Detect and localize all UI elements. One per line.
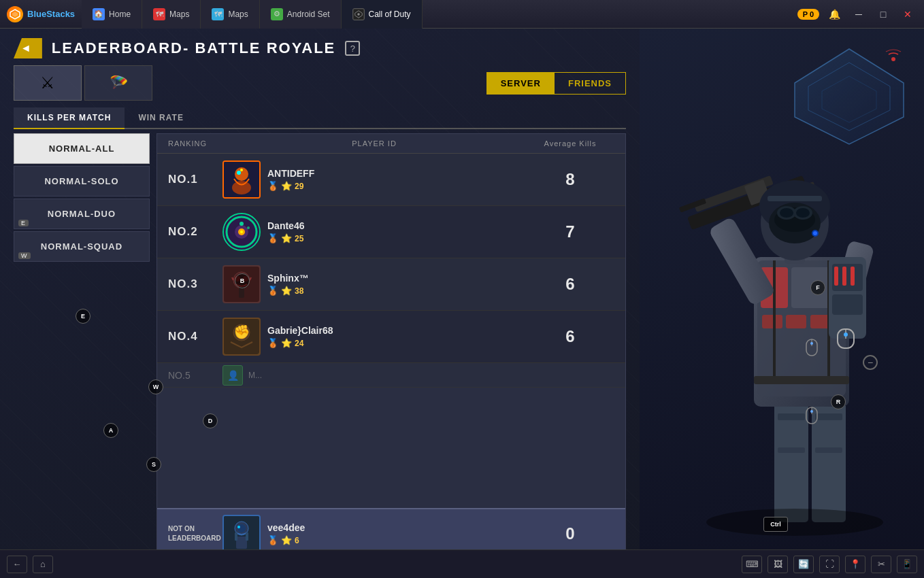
key-hint-w: W (148, 379, 163, 394)
svg-point-83 (810, 342, 813, 345)
col-header-ranking: RANKING (168, 139, 222, 148)
cat-normal-squad[interactable]: NORMAL-SQUAD W (14, 231, 150, 262)
table-row[interactable]: NO.4 ✊ Gabrie}Cla (157, 311, 625, 363)
duo-key-hint: E (18, 220, 29, 226)
home-os-button[interactable]: ⌂ (33, 556, 53, 573)
fullscreen-icon[interactable]: ⛶ (819, 556, 840, 573)
rank-label: NO.4 (168, 330, 222, 343)
app-logo-area: BlueStacks (0, 6, 82, 22)
tab-android[interactable]: ⚙ Android Set (260, 0, 342, 29)
stat-tab-kills[interactable]: KILLS PER MATCH (14, 107, 125, 129)
rank-label: NO.2 (168, 225, 222, 239)
table-row[interactable]: NO.2 (157, 206, 625, 258)
player-name: Dante46 (267, 220, 304, 231)
mode-tab-combat[interactable]: ⚔ (14, 65, 82, 101)
avatar (222, 160, 261, 199)
rank-partial: NO.5 (168, 370, 222, 381)
table-row[interactable]: NO.1 (157, 154, 625, 206)
tab-maps1-label: Maps (169, 10, 189, 19)
col-header-kills: Average Kills (526, 139, 614, 148)
player-details: ANTIDEFF 🥉 ⭐ 29 (267, 168, 314, 191)
screenshot-icon[interactable]: 🖼 (768, 556, 788, 573)
cod-tab-icon (352, 8, 365, 20)
key-hint-s: S (146, 457, 161, 472)
game-panel: ◄ LEADERBOARD- BATTLE ROYALE ? ⚔ 🪂 SERVE… (0, 29, 640, 578)
maps1-tab-icon: 🗺 (153, 8, 165, 20)
mode-tab-parachute[interactable]: 🪂 (84, 65, 152, 101)
back-button[interactable]: ◄ (14, 38, 42, 58)
player-info: Dante46 🥉 ⭐ 25 (222, 213, 526, 251)
help-icon-label: ? (350, 44, 355, 54)
minus-circle[interactable]: − (863, 355, 878, 370)
cat-normal-duo-label: NORMAL-DUO (48, 209, 116, 219)
titlebar-right: P 0 🔔 ─ □ ✕ (797, 7, 924, 22)
svg-point-68 (796, 208, 810, 218)
close-button[interactable]: ✕ (898, 7, 917, 22)
not-on-leaderboard-label: NOT ONLEADERBOARD (168, 524, 222, 543)
svg-point-16 (247, 226, 250, 229)
scissors-icon[interactable]: ✂ (871, 556, 891, 573)
table-row[interactable]: NO.3 (157, 258, 625, 311)
svg-point-86 (810, 410, 813, 413)
mobile-icon[interactable]: 📱 (897, 556, 917, 573)
stat-tab-winrate[interactable]: WIN RATE (125, 107, 197, 129)
player-badges: 🥉 ⭐ 38 (267, 286, 309, 296)
badge-number: 38 (295, 286, 303, 296)
svg-point-67 (780, 208, 793, 218)
os-right-icons: ⌨ 🖼 🔄 ⛶ 📍 ✂ 📱 (742, 556, 917, 573)
server-button[interactable]: SERVER (487, 73, 555, 94)
tab-maps2-label: Maps (228, 10, 248, 19)
avatar: ✊ (222, 318, 261, 356)
badge-number: 24 (295, 339, 303, 348)
badge-bronze-icon: 🥉 (267, 286, 278, 296)
cat-normal-solo-label: NORMAL-SOLO (44, 176, 118, 186)
os-bar: ← ⌂ ⌨ 🖼 🔄 ⛶ 📍 ✂ 📱 (0, 549, 924, 578)
kills-value: 6 (526, 327, 614, 346)
current-player-info: vee4dee 🥉 ⭐ 6 (222, 515, 526, 553)
badge-number: 29 (295, 182, 303, 191)
friends-button[interactable]: FRIENDS (555, 73, 625, 94)
minimize-button[interactable]: ─ (849, 7, 868, 22)
player-badges: 🥉 ⭐ 29 (267, 181, 314, 191)
mode-tabs-left: ⚔ 🪂 (14, 65, 152, 101)
cp-badge-bronze-icon: 🥉 (267, 535, 278, 545)
tab-home[interactable]: 🏠 Home (82, 0, 142, 29)
svg-point-79 (844, 333, 848, 337)
key-hint-ctrl: Ctrl (763, 517, 788, 532)
badge-bronze-icon: 🥉 (267, 233, 278, 243)
keyboard-icon[interactable]: ⌨ (742, 556, 762, 573)
maximize-button[interactable]: □ (874, 7, 893, 22)
leaderboard-rows: NO.1 (157, 154, 625, 508)
key-hint-d: D (203, 413, 218, 428)
notification-icon[interactable]: 🔔 (825, 7, 844, 22)
badge-bronze-icon: 🥉 (267, 338, 278, 348)
name-partial: M... (248, 371, 262, 380)
svg-rect-40 (778, 447, 805, 453)
back-os-button[interactable]: ← (7, 556, 27, 573)
svg-rect-41 (815, 447, 842, 453)
player-partial: 👤 M... (222, 365, 262, 386)
player-details: Dante46 🥉 ⭐ 25 (267, 220, 304, 243)
cat-normal-all[interactable]: NORMAL-ALL (14, 133, 150, 164)
tab-maps1[interactable]: 🗺 Maps (142, 0, 201, 29)
tab-cod[interactable]: Call of Duty (342, 0, 423, 29)
home-tab-icon: 🏠 (93, 8, 105, 20)
svg-point-14 (240, 231, 243, 233)
svg-rect-49 (754, 376, 849, 384)
location-icon[interactable]: 📍 (845, 556, 865, 573)
tab-maps2[interactable]: 🗺 Maps (201, 0, 259, 29)
svg-rect-21 (239, 287, 244, 298)
col-header-player: PLAYER ID (222, 139, 526, 148)
leaderboard-header: ◄ LEADERBOARD- BATTLE ROYALE ? (0, 29, 640, 65)
help-button[interactable]: ? (345, 41, 360, 56)
refresh-icon[interactable]: 🔄 (793, 556, 814, 573)
svg-rect-46 (762, 315, 782, 328)
kills-value: 8 (526, 170, 614, 189)
svg-rect-30 (235, 532, 237, 541)
avatar-partial: 👤 (222, 365, 243, 386)
cat-normal-solo[interactable]: NORMAL-SOLO (14, 166, 150, 197)
cat-normal-duo[interactable]: NORMAL-DUO E (14, 199, 150, 229)
leaderboard-table: RANKING PLAYER ID Average Kills NO.1 (156, 133, 626, 564)
player-info: ✊ Gabrie}Clair68 🥉 ⭐ 24 (222, 318, 526, 356)
cp-badge-star-icon: ⭐ (281, 535, 292, 545)
